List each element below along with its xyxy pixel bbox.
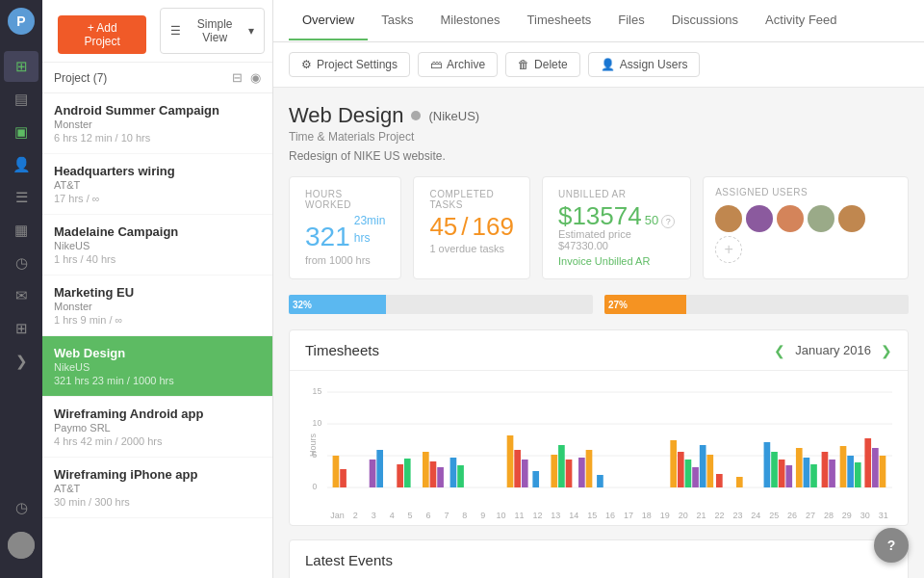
app-logo[interactable]: P [8,8,35,35]
project-client: NikeUS [54,361,261,373]
project-name: Marketing EU [54,285,261,300]
main-content: OverviewTasksMilestonesTimesheetsFilesDi… [273,0,924,578]
project-list-item[interactable]: Madelaine Campaign NikeUS 1 hrs / 40 hrs [42,215,272,276]
archive-icon: 🗃 [430,58,442,71]
ar-estimated: Estimated price $47330.00 [558,228,675,251]
svg-rect-51 [872,448,879,487]
svg-rect-37 [736,477,743,487]
project-hours: 4 hrs 42 min / 2000 hrs [54,435,261,447]
svg-rect-40 [779,460,785,487]
user-avatar-small[interactable] [8,532,35,559]
nav-reports[interactable]: ▤ [4,84,38,115]
project-list-item[interactable]: Wireframing iPhone app AT&T 30 min / 300… [42,458,272,518]
nav-columns[interactable]: ☰ [4,182,38,213]
progress-bar-tasks: 27% [604,295,909,314]
ar-cents: 50 [645,213,658,227]
nav-barchart[interactable]: ▦ [4,215,38,246]
hours-label: HOURS WORKED [305,189,385,210]
tab-milestones[interactable]: Milestones [426,1,513,40]
nav-projects[interactable]: ▣ [4,117,38,147]
user-avatar-1 [715,205,742,232]
add-project-button[interactable]: + Add Project [58,15,146,54]
delete-button[interactable]: 🗑Delete [505,52,580,77]
tab-tasks[interactable]: Tasks [368,1,426,40]
svg-rect-38 [764,442,771,487]
nav-mail[interactable]: ✉ [4,280,38,311]
project-list-header: Project (7) ⊟ ◉ [42,63,272,93]
prev-month-button[interactable]: ❮ [774,343,785,358]
assign-users-button[interactable]: 👤Assign Users [588,52,701,77]
month-label: January 2016 [795,343,871,357]
nav-dashboard[interactable]: ⊞ [4,51,38,82]
svg-rect-30 [670,440,677,487]
project-name: Android Summer Campaign [54,103,261,118]
project-name: Headquarters wiring [54,164,261,178]
nav-history[interactable]: ◷ [4,492,38,523]
project-settings-button[interactable]: ⚙Project Settings [289,52,410,77]
project-hours: 1 hrs / 40 hrs [54,253,261,265]
project-list-item[interactable]: Android Summer Campaign Monster 6 hrs 12… [42,93,272,154]
project-client: AT&T [54,179,261,191]
view-toggle-button[interactable]: ☰ Simple View ▾ [160,8,265,54]
progress-label-blue: 32% [293,300,312,310]
archive-button[interactable]: 🗃Archive [418,52,498,77]
ar-estimated-value: $47330.00 [558,240,608,251]
next-month-button[interactable]: ❯ [881,343,892,358]
svg-rect-33 [692,467,699,487]
svg-rect-41 [785,465,792,487]
svg-rect-17 [437,467,444,487]
tab-discussions[interactable]: Discussions [658,1,752,40]
unbilled-ar-card: UNBILLED AR $13574 50 ? Estimated price … [542,176,691,279]
project-list-item[interactable]: Marketing EU Monster 1 hrs 9 min / ∞ [42,276,272,336]
assigned-users-card: ASSIGNED USERS + [703,176,909,279]
hours-main: 321 23min hrs [305,214,385,250]
project-list-item[interactable]: Headquarters wiring AT&T 17 hrs / ∞ [42,154,272,215]
header-actions: ⊟ ◉ [232,70,261,85]
add-user-button[interactable]: + [715,236,742,263]
delete-icon: 🗑 [518,58,529,71]
invoice-link[interactable]: Invoice Unbilled AR [558,255,675,267]
project-client: Paymo SRL [54,422,261,434]
filter-icon[interactable]: ⊟ [232,70,243,85]
user-avatar-2 [746,205,773,232]
nav-grid[interactable]: ⊞ [4,313,38,344]
action-bar: ⚙Project Settings🗃Archive🗑Delete👤Assign … [273,42,924,88]
project-client: Monster [54,118,261,130]
events-title: Latest Events [290,540,908,578]
timesheets-section: Timesheets ❮ January 2016 ❯ 15 10 5 0 Ho… [289,329,909,526]
hours-big: 321 [305,223,350,250]
nav-clock[interactable]: ◷ [4,248,38,278]
project-hours: 30 min / 300 hrs [54,496,261,508]
chart-area: 15 10 5 0 Hours [290,371,908,525]
project-toolbar: + Add Project ☰ Simple View ▾ [42,0,272,63]
completed-tasks-card: COMPLETED TASKS 45 / 169 1 overdue tasks [413,176,530,279]
tasks-main: 45 / 169 [429,214,514,239]
project-name: Wireframing iPhone app [54,467,261,482]
tab-activity-feed[interactable]: Activity Feed [752,1,850,40]
nav-arrow[interactable]: ❯ [4,346,38,377]
nav-users[interactable]: 👤 [4,149,38,180]
project-list-item[interactable]: Wireframing Android app Paymo SRL 4 hrs … [42,397,272,458]
project-list-item[interactable]: Web Design NikeUS 321 hrs 23 min / 1000 … [42,336,272,397]
progress-fill-blue: 32% [289,295,386,314]
svg-rect-48 [847,456,854,487]
help-button[interactable]: ? [874,528,909,563]
project-name: Wireframing Android app [54,407,261,421]
overview-content: Web Design (NikeUS) Time & Materials Pro… [273,88,924,578]
project-client: AT&T [54,483,261,494]
svg-rect-18 [450,458,457,487]
svg-rect-47 [840,446,847,487]
svg-rect-39 [771,452,778,487]
hours-worked-card: HOURS WORKED 321 23min hrs from 1000 hrs [289,176,401,279]
project-list: Android Summer Campaign Monster 6 hrs 12… [42,93,272,578]
info-icon[interactable]: ? [661,215,675,228]
list-icon: ☰ [170,24,181,38]
view-icon[interactable]: ◉ [250,70,261,85]
svg-rect-24 [551,455,557,487]
tab-overview[interactable]: Overview [289,1,368,40]
progress-row: 32% 27% [289,295,909,314]
tab-files[interactable]: Files [604,1,657,40]
tab-timesheets[interactable]: Timesheets [514,1,605,40]
project-type: Time & Materials Project [289,130,909,144]
project-hours: 6 hrs 12 min / 10 hrs [54,132,261,144]
